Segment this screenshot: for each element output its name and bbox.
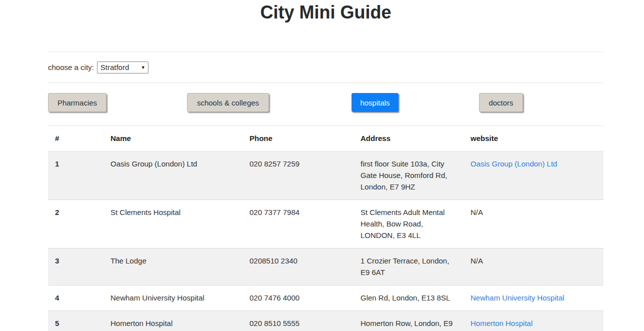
category-buttons-row: Pharmacies schools & colleges hospitals …	[48, 93, 604, 112]
header-number: #	[48, 126, 104, 152]
header-phone: Phone	[242, 126, 354, 152]
main-container: City Mini Guide choose a city: Stratford…	[48, 0, 604, 331]
hospital-phone: 0208510 2340	[242, 248, 354, 286]
hospital-website-cell: N/A	[464, 248, 604, 286]
header-name: Name	[104, 126, 242, 152]
row-number: 3	[48, 248, 104, 286]
row-number: 1	[48, 152, 104, 200]
page-title: City Mini Guide	[48, 0, 604, 24]
hospital-table-body: 1 Oasis Group (London) Ltd 020 8257 7259…	[48, 152, 604, 331]
table-row: 2 St Clements Hospital 020 7377 7984 St …	[48, 200, 604, 248]
hospital-name: The Lodge	[104, 248, 242, 286]
divider-middle	[48, 82, 604, 83]
hospital-website-cell: Homerton Hospital	[464, 311, 604, 331]
schools-colleges-button[interactable]: schools & colleges	[187, 93, 269, 112]
table-header-row: # Name Phone Address website	[48, 126, 604, 152]
chevron-down-icon: ▼	[141, 65, 146, 70]
hospital-name: Oasis Group (London) Ltd	[104, 152, 242, 200]
website-value: N/A	[470, 256, 483, 265]
header-address: Address	[354, 126, 464, 152]
doctors-button[interactable]: doctors	[479, 93, 523, 112]
table-row: 3 The Lodge 0208510 2340 1 Crozier Terra…	[48, 248, 604, 286]
table-row: 5 Homerton Hospital 020 8510 5555 Homert…	[48, 311, 604, 331]
hospital-name: St Clements Hospital	[104, 200, 242, 248]
website-value: N/A	[470, 208, 483, 216]
hospital-table: # Name Phone Address website 1 Oasis Gro…	[48, 126, 604, 331]
hospital-address: first floor Suite 103a, City Gate House,…	[354, 152, 464, 200]
hospital-phone: 020 7377 7984	[242, 200, 354, 248]
city-selector-row: choose a city: Stratford ▼	[48, 52, 604, 82]
hospital-address: Homerton Row, London, E9 6SR	[354, 311, 464, 331]
hospital-phone: 020 7476 4000	[242, 286, 354, 311]
hospital-name: Newham University Hospital	[104, 286, 242, 311]
city-select[interactable]: Stratford ▼	[97, 62, 148, 74]
hospital-phone: 020 8510 5555	[242, 311, 354, 331]
website-link[interactable]: Homerton Hospital	[470, 319, 532, 328]
hospital-website-cell: Newham University Hospital	[464, 286, 604, 311]
row-number: 2	[48, 200, 104, 248]
hospital-address: St Clements Adult Mental Health, Bow Roa…	[354, 200, 464, 248]
hospital-address: Glen Rd, London, E13 8SL	[354, 286, 464, 311]
table-row: 1 Oasis Group (London) Ltd 020 8257 7259…	[48, 152, 604, 200]
website-link[interactable]: Newham University Hospital	[470, 294, 564, 302]
table-row: 4 Newham University Hospital 020 7476 40…	[48, 286, 604, 311]
hospital-name: Homerton Hospital	[104, 311, 242, 331]
website-link[interactable]: Oasis Group (London) Ltd	[470, 160, 557, 168]
hospitals-button[interactable]: hospitals	[352, 93, 398, 112]
row-number: 5	[48, 311, 104, 331]
hospital-phone: 020 8257 7259	[242, 152, 354, 200]
hospital-website-cell: N/A	[464, 200, 604, 248]
pharmacies-button[interactable]: Pharmacies	[48, 93, 106, 112]
header-website: website	[464, 126, 604, 152]
hospital-website-cell: Oasis Group (London) Ltd	[464, 152, 604, 200]
row-number: 4	[48, 286, 104, 311]
hospital-table-wrap: # Name Phone Address website 1 Oasis Gro…	[48, 126, 604, 331]
city-select-value: Stratford	[100, 63, 130, 72]
city-select-label: choose a city:	[48, 63, 94, 72]
hospital-address: 1 Crozier Terrace, London, E9 6AT	[354, 248, 464, 286]
